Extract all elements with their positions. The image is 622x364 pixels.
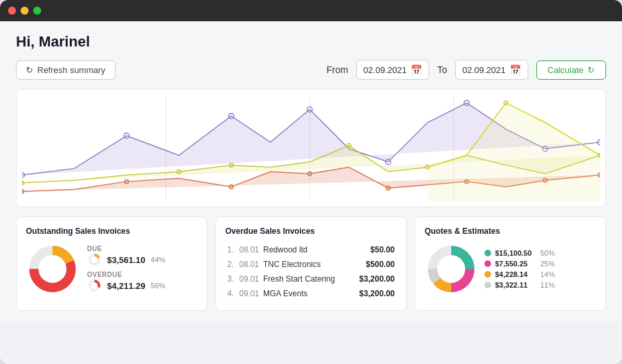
table-row: 4. 09.01 MGA Events $3,200.00 xyxy=(225,286,397,301)
calculate-icon: ↻ xyxy=(587,65,595,75)
to-label: To xyxy=(437,64,447,75)
minimize-button[interactable] xyxy=(21,7,29,15)
row-name: Redwood ltd xyxy=(261,242,350,257)
legend-dot xyxy=(484,250,491,256)
due-label: DUE xyxy=(87,245,165,252)
legend-row: $3,322.11 11% xyxy=(484,281,555,289)
legend-amount: $7,550.25 xyxy=(495,260,536,268)
outstanding-title: Outstanding Sales Invoices xyxy=(26,227,197,236)
outstanding-donut-svg xyxy=(26,242,79,296)
row-num: 1. xyxy=(225,242,237,257)
chart-svg xyxy=(22,96,600,201)
legend-dot xyxy=(484,282,491,288)
calculate-label: Calculate xyxy=(548,65,583,75)
legend-amount: $15,100.50 xyxy=(495,249,536,257)
row-amount: $3,200.00 xyxy=(350,286,397,301)
due-section: DUE $3,561.10 44% xyxy=(87,245,165,267)
due-pct: 44% xyxy=(151,256,165,264)
legend-pct: 50% xyxy=(540,249,555,257)
overdue-amount: $4,211.29 xyxy=(107,281,146,291)
row-name: TNC Electronics xyxy=(261,257,350,272)
refresh-label: Refresh summary xyxy=(37,65,106,75)
quotes-card: Quotes & Estimates xyxy=(415,217,606,311)
legend-pct: 11% xyxy=(540,281,555,289)
row-name: Fresh Start Catering xyxy=(261,272,350,286)
from-date-value: 02.09.2021 xyxy=(363,65,407,75)
legend-pct: 25% xyxy=(540,260,555,268)
overdue-pct: 56% xyxy=(151,282,165,290)
row-name: MGA Events xyxy=(261,286,350,301)
outstanding-donut xyxy=(26,242,79,296)
outstanding-inner: DUE $3,561.10 44% OVERDUE xyxy=(26,242,197,296)
toolbar: ↻ Refresh summary From 02.09.2021 📅 To 0… xyxy=(16,60,606,80)
due-row: $3,561.10 44% xyxy=(87,252,165,267)
main-chart xyxy=(16,89,606,207)
overdue-mini-donut xyxy=(87,278,102,293)
due-amount: $3,561.10 xyxy=(107,255,146,265)
overdue-section: OVERDUE $4,211.29 56% xyxy=(87,271,165,293)
page-content: Hi, Marinel ↻ Refresh summary From 02.09… xyxy=(0,21,622,321)
bottom-cards: Outstanding Sales Invoices xyxy=(16,217,606,311)
row-amount: $50.00 xyxy=(350,242,397,257)
calculate-button[interactable]: Calculate ↻ xyxy=(536,60,606,80)
quotes-donut-svg xyxy=(425,242,478,296)
outstanding-card: Outstanding Sales Invoices xyxy=(16,217,207,311)
main-window: Hi, Marinel ↻ Refresh summary From 02.09… xyxy=(0,0,622,364)
from-label: From xyxy=(326,64,348,75)
calendar-icon-to: 📅 xyxy=(510,64,521,75)
row-amount: $500.00 xyxy=(350,257,397,272)
refresh-icon: ↻ xyxy=(26,65,33,75)
legend-row: $7,550.25 25% xyxy=(484,260,555,268)
legend-amount: $3,322.11 xyxy=(495,281,536,289)
row-date: 09.01 xyxy=(237,272,261,286)
overdue-card: Overdue Sales Invoices 1. 08.01 Redwood … xyxy=(215,217,407,311)
maximize-button[interactable] xyxy=(33,7,41,15)
legend-pct: 14% xyxy=(540,270,555,278)
overdue-label: OVERDUE xyxy=(87,271,165,278)
refresh-button[interactable]: ↻ Refresh summary xyxy=(16,60,116,80)
row-date: 08.01 xyxy=(237,242,261,257)
row-num: 4. xyxy=(225,286,237,301)
quotes-inner: $15,100.50 50% $7,550.25 25% $4,228.14 1… xyxy=(425,242,596,296)
to-date-input[interactable]: 02.09.2021 📅 xyxy=(455,60,528,80)
calendar-icon-from: 📅 xyxy=(411,64,422,75)
due-mini-donut xyxy=(87,252,102,267)
invoice-stats: DUE $3,561.10 44% OVERDUE xyxy=(87,245,165,293)
row-amount: $3,200.00 xyxy=(350,272,397,286)
close-button[interactable] xyxy=(8,7,16,15)
from-date-input[interactable]: 02.09.2021 📅 xyxy=(356,60,429,80)
legend-dot xyxy=(484,260,491,267)
overdue-row: $4,211.29 56% xyxy=(87,278,165,293)
table-row: 3. 09.01 Fresh Start Catering $3,200.00 xyxy=(225,272,397,286)
quotes-donut xyxy=(425,242,478,296)
table-row: 1. 08.01 Redwood ltd $50.00 xyxy=(225,242,397,257)
titlebar xyxy=(0,0,622,21)
legend-amount: $4,228.14 xyxy=(495,270,536,278)
overdue-card-title: Overdue Sales Invoices xyxy=(225,227,397,236)
overdue-table: 1. 08.01 Redwood ltd $50.00 2. 08.01 TNC… xyxy=(225,242,397,301)
legend-row: $15,100.50 50% xyxy=(484,249,555,257)
legend-dot xyxy=(484,271,491,278)
to-date-value: 02.09.2021 xyxy=(463,65,506,75)
row-date: 09.01 xyxy=(237,286,261,301)
greeting-text: Hi, Marinel xyxy=(16,33,606,50)
row-num: 3. xyxy=(225,272,237,286)
row-date: 08.01 xyxy=(237,257,261,272)
row-num: 2. xyxy=(225,257,237,272)
table-row: 2. 08.01 TNC Electronics $500.00 xyxy=(225,257,397,272)
quotes-title: Quotes & Estimates xyxy=(425,227,596,236)
legend-row: $4,228.14 14% xyxy=(484,270,555,278)
quotes-legend: $15,100.50 50% $7,550.25 25% $4,228.14 1… xyxy=(484,249,555,289)
